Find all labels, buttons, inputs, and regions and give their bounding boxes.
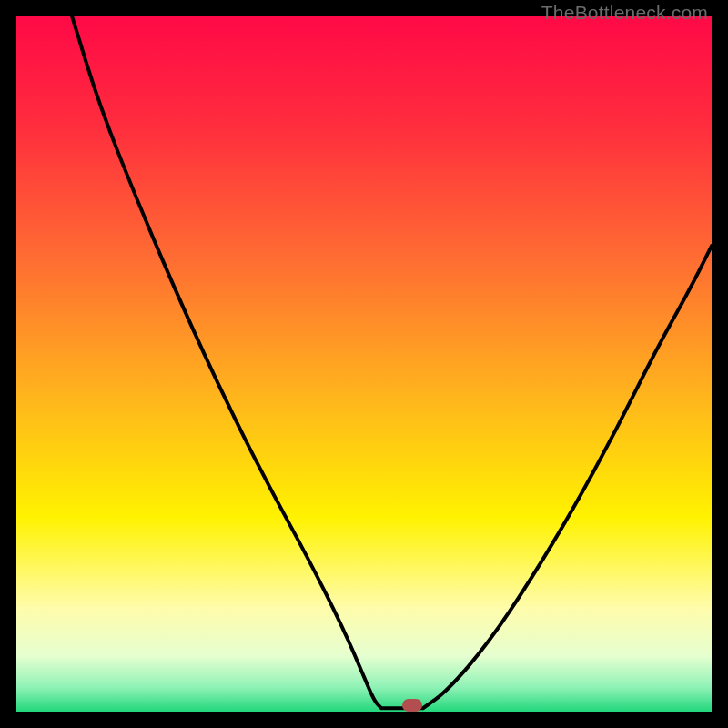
chart-frame: TheBottleneck.com xyxy=(0,0,728,728)
watermark-text: TheBottleneck.com xyxy=(541,2,708,24)
plot-area xyxy=(16,16,712,712)
bottleneck-curve xyxy=(16,16,712,712)
optimal-point-marker xyxy=(402,699,422,712)
